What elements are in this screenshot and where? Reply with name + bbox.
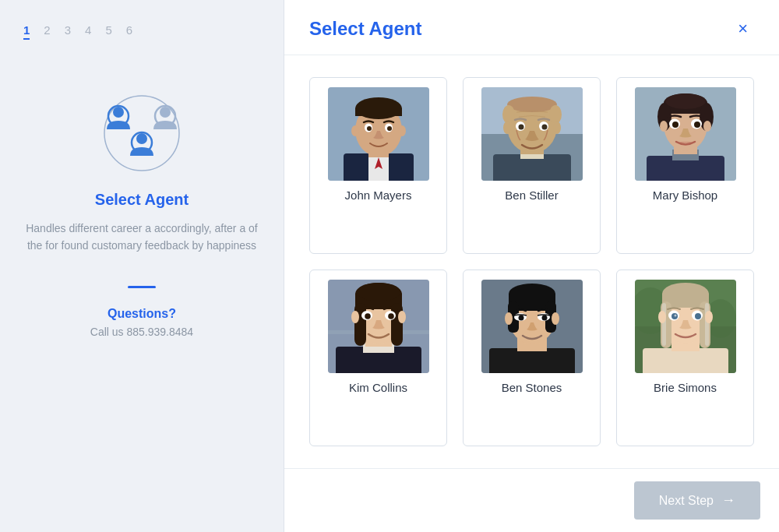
svg-point-34 [503,122,511,134]
agent-photo-ben-stiller [481,87,583,181]
svg-point-49 [694,122,700,128]
step-3[interactable]: 3 [65,23,71,40]
svg-point-80 [518,315,523,321]
svg-point-67 [351,311,359,323]
agent-photo-ben-stones [481,280,583,373]
agent-name-mary-bishop: Mary Bishop [653,188,717,202]
svg-point-66 [388,313,394,319]
step-1[interactable]: 1 [23,23,30,40]
svg-rect-70 [489,348,575,373]
step-2[interactable]: 2 [44,23,50,40]
phone-number: Call us 885.939.8484 [90,326,193,338]
questions-label: Questions? [108,307,176,321]
svg-point-27 [507,97,557,112]
svg-point-81 [541,315,547,321]
agent-card-brie-simons[interactable]: Brie Simons [616,270,754,446]
svg-point-19 [351,125,359,136]
svg-point-32 [518,125,523,130]
svg-point-48 [672,122,679,128]
svg-point-4 [160,107,171,118]
agent-photo-brie-simons [635,280,736,373]
svg-point-102 [658,311,666,323]
step-6[interactable]: 6 [126,23,132,40]
svg-point-17 [367,126,372,131]
agent-card-ben-stiller[interactable]: Ben Stiller [463,77,601,254]
step-4[interactable]: 4 [85,23,91,40]
next-step-button[interactable]: Next Step → [634,481,760,520]
agent-name-brie-simons: Brie Simons [654,381,717,394]
svg-point-28 [502,105,515,124]
sidebar-divider [128,286,156,288]
next-step-label: Next Step [659,494,714,508]
agent-photo-mary-bishop [635,87,736,181]
agent-illustration [91,86,192,172]
svg-point-50 [660,121,668,132]
svg-point-20 [398,125,406,136]
step-indicators: 1 2 3 4 5 6 [23,23,132,40]
svg-point-62 [357,283,400,301]
step-5[interactable]: 5 [105,23,111,40]
svg-point-18 [387,126,392,131]
close-button[interactable]: × [731,17,754,41]
agent-card-ben-stones[interactable]: Ben Stones [463,270,601,446]
svg-point-68 [398,311,406,323]
svg-point-65 [365,313,371,319]
svg-point-2 [113,107,124,118]
svg-rect-14 [355,108,402,116]
svg-rect-96 [705,303,709,346]
svg-point-103 [705,311,713,323]
svg-point-6 [136,133,147,144]
svg-point-51 [703,121,711,132]
svg-point-45 [665,93,706,109]
panel-title: Select Agent [309,18,421,40]
panel-header: Select Agent × [284,0,779,55]
agent-photo-kim-collins [328,280,429,373]
sidebar-title: Select Agent [95,191,189,209]
agent-name-ben-stones: Ben Stones [502,381,562,394]
sidebar-description: Handles different career a accordingly, … [16,220,268,255]
main-panel: Select Agent × [284,0,779,532]
app-container: 1 2 3 4 5 6 [0,0,779,532]
agents-grid: John Mayers [284,55,779,468]
svg-rect-95 [662,303,666,346]
svg-point-83 [552,312,559,325]
svg-point-100 [695,313,701,319]
svg-point-33 [541,125,547,130]
agent-card-john-mayers[interactable]: John Mayers [309,77,447,254]
svg-point-29 [549,105,562,124]
svg-point-82 [505,312,513,325]
svg-rect-88 [643,348,728,373]
agent-card-kim-collins[interactable]: Kim Collins [309,270,447,446]
agent-card-mary-bishop[interactable]: Mary Bishop [616,77,754,254]
sidebar: 1 2 3 4 5 6 [0,0,284,532]
svg-point-101 [674,315,676,317]
agent-name-kim-collins: Kim Collins [349,381,407,394]
agent-name-ben-stiller: Ben Stiller [505,188,558,202]
svg-point-35 [553,122,561,134]
arrow-right-icon: → [721,492,735,509]
agent-name-john-mayers: John Mayers [345,188,412,202]
panel-footer: Next Step → [284,468,779,532]
agent-photo-john-mayers [328,87,429,181]
